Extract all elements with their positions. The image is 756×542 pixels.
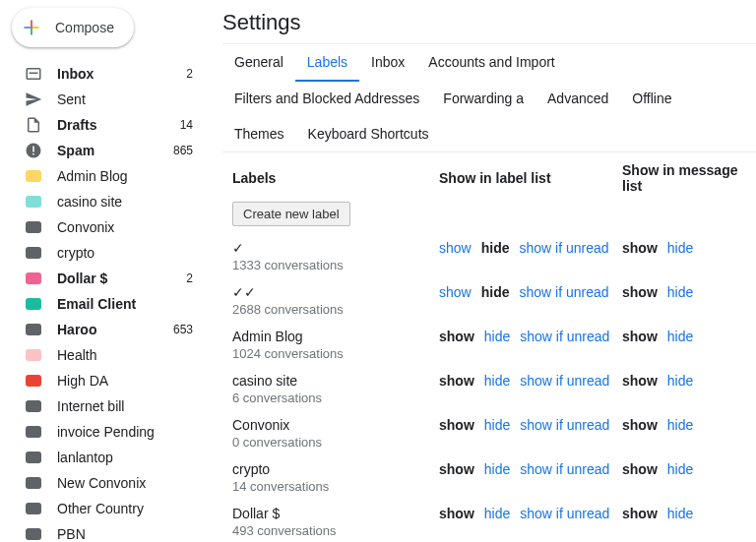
tab-keyboard-shortcuts[interactable]: Keyboard Shortcuts bbox=[296, 116, 441, 151]
show-link[interactable]: show bbox=[439, 461, 474, 494]
label-conversations: 0 conversations bbox=[232, 435, 439, 450]
show-if-unread-link[interactable]: show if unread bbox=[520, 461, 609, 494]
sidebar-item-label: Admin Blog bbox=[57, 168, 193, 184]
hide-link[interactable]: hide bbox=[667, 506, 693, 538]
svg-rect-4 bbox=[31, 27, 32, 29]
show-if-unread-link[interactable]: show if unread bbox=[520, 417, 609, 450]
sidebar-label-item[interactable]: New Convonix bbox=[8, 470, 205, 496]
show-link[interactable]: show bbox=[622, 461, 658, 494]
show-if-unread-link[interactable]: show if unread bbox=[519, 284, 608, 317]
labellist-actions: showhideshow if unread bbox=[439, 373, 622, 405]
hide-link[interactable]: hide bbox=[484, 373, 510, 405]
show-link[interactable]: show bbox=[439, 417, 474, 450]
sidebar-label-item[interactable]: Dollar $2 bbox=[8, 266, 205, 291]
label-row: casino site6 conversationsshowhideshow i… bbox=[232, 367, 752, 411]
sidebar-label-item[interactable]: invoice Pending bbox=[8, 419, 205, 445]
label-conversations: 6 conversations bbox=[232, 391, 439, 405]
show-if-unread-link[interactable]: show if unread bbox=[519, 240, 608, 272]
label-name: Admin Blog bbox=[232, 329, 439, 344]
sidebar-item-label: Spam bbox=[57, 143, 167, 158]
sidebar-label-item[interactable]: Internet bill bbox=[8, 393, 205, 419]
sidebar-item-count: 2 bbox=[186, 67, 193, 81]
hide-link[interactable]: hide bbox=[481, 240, 510, 272]
tab-accounts-and-import[interactable]: Accounts and Import bbox=[416, 44, 566, 81]
show-link[interactable]: show bbox=[622, 373, 658, 405]
sidebar-label-item[interactable]: Convonix bbox=[8, 214, 205, 240]
tab-themes[interactable]: Themes bbox=[222, 116, 296, 151]
drafts-icon bbox=[24, 115, 43, 135]
show-link[interactable]: show bbox=[439, 329, 474, 361]
tab-advanced[interactable]: Advanced bbox=[536, 81, 620, 116]
msglist-actions: showhide bbox=[622, 506, 752, 538]
hide-link[interactable]: hide bbox=[667, 240, 693, 272]
sidebar-item-label: Inbox bbox=[57, 66, 180, 82]
sidebar: Compose Inbox2SentDrafts14Spam865 Admin … bbox=[0, 0, 205, 542]
show-link[interactable]: show bbox=[439, 373, 474, 405]
labels-header-row: Labels Show in label list Show in messag… bbox=[232, 158, 752, 198]
msglist-actions: showhide bbox=[622, 373, 752, 405]
sidebar-item-inbox[interactable]: Inbox2 bbox=[8, 61, 205, 87]
tab-offline[interactable]: Offline bbox=[620, 81, 683, 116]
sidebar-label-item[interactable]: High DA bbox=[8, 368, 205, 393]
sidebar-item-spam[interactable]: Spam865 bbox=[8, 138, 205, 163]
label-row: Convonix0 conversationsshowhideshow if u… bbox=[232, 411, 752, 455]
show-link[interactable]: show bbox=[622, 506, 658, 538]
hide-link[interactable]: hide bbox=[667, 417, 693, 450]
tab-inbox[interactable]: Inbox bbox=[359, 44, 416, 81]
sidebar-label-item[interactable]: Health bbox=[8, 342, 205, 368]
plus-icon bbox=[22, 18, 41, 37]
label-icon bbox=[24, 396, 43, 416]
labellist-actions: showhideshow if unread bbox=[439, 240, 622, 272]
hide-link[interactable]: hide bbox=[667, 373, 693, 405]
hide-link[interactable]: hide bbox=[484, 461, 510, 494]
create-label-button[interactable]: Create new label bbox=[232, 202, 350, 226]
sidebar-label-item[interactable]: crypto bbox=[8, 240, 205, 266]
hide-link[interactable]: hide bbox=[484, 417, 510, 450]
hide-link[interactable]: hide bbox=[667, 284, 693, 317]
label-row: Admin Blog1024 conversationsshowhideshow… bbox=[232, 323, 752, 367]
labellist-actions: showhideshow if unread bbox=[439, 284, 622, 317]
msglist-actions: showhide bbox=[622, 240, 752, 272]
labellist-actions: showhideshow if unread bbox=[439, 461, 622, 494]
hide-link[interactable]: hide bbox=[667, 329, 693, 361]
hide-link[interactable]: hide bbox=[484, 329, 510, 361]
sidebar-item-drafts[interactable]: Drafts14 bbox=[8, 112, 205, 138]
show-link[interactable]: show bbox=[439, 506, 474, 538]
label-row: crypto14 conversationsshowhideshow if un… bbox=[232, 455, 752, 500]
msglist-actions: showhide bbox=[622, 461, 752, 494]
show-link[interactable]: show bbox=[622, 284, 658, 317]
show-if-unread-link[interactable]: show if unread bbox=[520, 373, 609, 405]
label-icon bbox=[24, 473, 43, 493]
tab-forwarding-a[interactable]: Forwarding a bbox=[431, 81, 536, 116]
sidebar-label-item[interactable]: Email Client bbox=[8, 291, 205, 317]
sidebar-label-item[interactable]: Haroo653 bbox=[8, 317, 205, 342]
show-link[interactable]: show bbox=[622, 329, 658, 361]
hide-link[interactable]: hide bbox=[484, 506, 510, 538]
label-icon bbox=[24, 422, 43, 442]
sidebar-item-label: Email Client bbox=[57, 296, 193, 312]
label-cell: Dollar $493 conversations bbox=[232, 506, 439, 538]
sidebar-label-item[interactable]: Admin Blog bbox=[8, 163, 205, 189]
label-icon bbox=[24, 192, 43, 211]
show-if-unread-link[interactable]: show if unread bbox=[520, 329, 609, 361]
sidebar-label-item[interactable]: lanlantop bbox=[8, 445, 205, 470]
sidebar-item-sent[interactable]: Sent bbox=[8, 87, 205, 112]
compose-button[interactable]: Compose bbox=[12, 8, 134, 47]
label-name: Dollar $ bbox=[232, 506, 439, 521]
hide-link[interactable]: hide bbox=[481, 284, 510, 317]
hide-link[interactable]: hide bbox=[667, 461, 693, 494]
show-link[interactable]: show bbox=[622, 240, 658, 272]
tab-general[interactable]: General bbox=[222, 44, 295, 81]
show-if-unread-link[interactable]: show if unread bbox=[520, 506, 609, 538]
sidebar-item-count: 653 bbox=[173, 323, 193, 336]
sidebar-label-item[interactable]: PBN bbox=[8, 521, 205, 542]
tab-filters-and-blocked-addresses[interactable]: Filters and Blocked Addresses bbox=[222, 81, 431, 116]
sidebar-label-item[interactable]: Other Country bbox=[8, 496, 205, 521]
sidebar-item-label: crypto bbox=[57, 245, 193, 261]
show-link[interactable]: show bbox=[622, 417, 658, 450]
tab-labels[interactable]: Labels bbox=[295, 44, 359, 82]
show-link[interactable]: show bbox=[439, 284, 472, 317]
labellist-actions: showhideshow if unread bbox=[439, 417, 622, 450]
sidebar-label-item[interactable]: casino site bbox=[8, 189, 205, 214]
show-link[interactable]: show bbox=[439, 240, 472, 272]
